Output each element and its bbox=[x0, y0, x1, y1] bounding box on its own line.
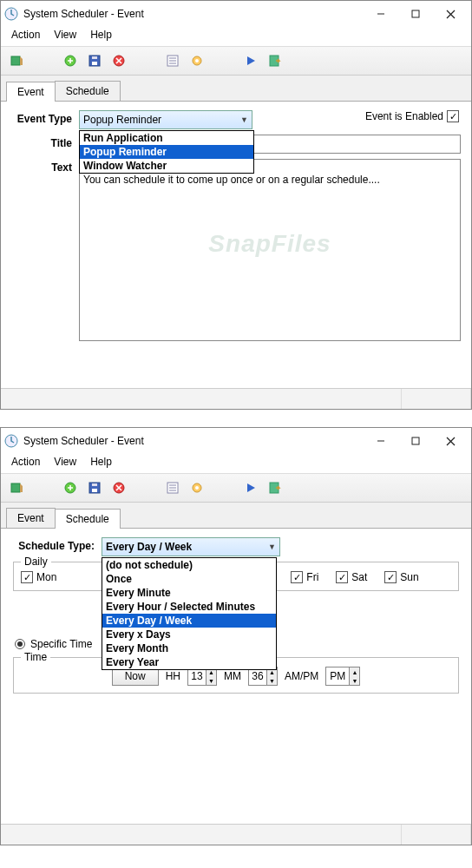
menu-action[interactable]: Action bbox=[4, 454, 47, 473]
option-run-application[interactable]: Run Application bbox=[80, 131, 253, 145]
text-textarea[interactable]: This is a sample popup reminder! You can… bbox=[79, 159, 461, 341]
radio-specific-label: Specific Time bbox=[30, 638, 92, 650]
checkbox-icon[interactable]: ✓ bbox=[447, 110, 459, 122]
event-enabled-check[interactable]: Event is Enabled ✓ bbox=[365, 110, 459, 122]
run-icon[interactable] bbox=[240, 477, 261, 498]
event-tab-body: Event is Enabled ✓ Event Type Popup Remi… bbox=[1, 102, 471, 388]
tab-schedule[interactable]: Schedule bbox=[55, 509, 121, 529]
svg-rect-9 bbox=[92, 56, 97, 59]
delete-icon[interactable] bbox=[108, 477, 129, 498]
menu-view[interactable]: View bbox=[47, 27, 83, 46]
close-button[interactable] bbox=[433, 429, 468, 453]
ampm-spinner[interactable]: ▲▼ bbox=[325, 667, 360, 686]
window-title: System Scheduler - Event bbox=[23, 8, 364, 20]
day-sun-label: Sun bbox=[400, 571, 418, 583]
list-icon[interactable] bbox=[162, 477, 183, 498]
statusbar bbox=[1, 824, 471, 845]
up-icon[interactable]: ▲ bbox=[349, 667, 359, 676]
option-every-hour[interactable]: Every Hour / Selected Minutes bbox=[102, 600, 276, 614]
maximize-button[interactable] bbox=[398, 429, 433, 453]
option-every-x-days[interactable]: Every x Days bbox=[102, 628, 276, 641]
option-every-year[interactable]: Every Year bbox=[102, 655, 276, 669]
svg-point-34 bbox=[195, 486, 199, 490]
settings-icon[interactable] bbox=[187, 477, 207, 498]
save-icon[interactable] bbox=[84, 50, 105, 71]
down-icon[interactable]: ▼ bbox=[349, 676, 359, 685]
settings-icon[interactable] bbox=[187, 50, 207, 71]
tab-row: Event Schedule bbox=[1, 76, 471, 102]
time-label: Time bbox=[21, 651, 50, 663]
add-icon[interactable] bbox=[60, 477, 81, 498]
tab-event[interactable]: Event bbox=[6, 82, 56, 102]
toolbar bbox=[1, 46, 471, 76]
add-icon[interactable] bbox=[60, 50, 81, 71]
svg-rect-26 bbox=[92, 489, 97, 492]
event-type-options: Run Application Popup Reminder Window Wa… bbox=[79, 130, 254, 174]
minimize-button[interactable] bbox=[364, 429, 398, 453]
list-icon[interactable] bbox=[162, 50, 183, 71]
minimize-button[interactable] bbox=[364, 2, 398, 26]
event-type-label: Event Type bbox=[11, 110, 79, 125]
option-do-not-schedule[interactable]: (do not schedule) bbox=[102, 558, 276, 572]
tab-schedule[interactable]: Schedule bbox=[55, 81, 121, 101]
schedule-type-dropdown[interactable]: Every Day / Week ▼ (do not schedule) Onc… bbox=[102, 537, 280, 556]
back-icon[interactable] bbox=[6, 477, 27, 498]
schedule-type-label: Schedule Type: bbox=[11, 537, 102, 552]
event-type-dropdown[interactable]: Popup Reminder ▼ Run Application Popup R… bbox=[79, 110, 252, 129]
close-button[interactable] bbox=[433, 2, 468, 26]
day-sat-label: Sat bbox=[351, 571, 367, 583]
option-every-month[interactable]: Every Month bbox=[102, 641, 276, 655]
option-once[interactable]: Once bbox=[102, 572, 276, 586]
hh-input[interactable] bbox=[188, 667, 206, 685]
svg-rect-5 bbox=[11, 56, 20, 65]
event-type-value: Popup Reminder bbox=[83, 114, 240, 126]
option-every-minute[interactable]: Every Minute bbox=[102, 586, 276, 600]
ampm-input[interactable] bbox=[326, 667, 349, 685]
titlebar: System Scheduler - Event bbox=[1, 428, 471, 454]
tab-row: Event Schedule bbox=[1, 503, 471, 529]
event-enabled-label: Event is Enabled bbox=[365, 110, 443, 122]
option-window-watcher[interactable]: Window Watcher bbox=[80, 159, 253, 173]
option-popup-reminder[interactable]: Popup Reminder bbox=[80, 145, 253, 159]
app-icon bbox=[4, 7, 18, 21]
mm-input[interactable] bbox=[249, 667, 266, 685]
menu-help[interactable]: Help bbox=[83, 454, 119, 473]
text-label: Text bbox=[11, 159, 79, 174]
radio-specific-time[interactable]: Specific Time bbox=[15, 638, 92, 650]
event-window-schedule-tab: System Scheduler - Event Action View Hel… bbox=[0, 427, 472, 845]
day-mon-label: Mon bbox=[36, 571, 56, 583]
day-sat[interactable]: ✓Sat bbox=[336, 571, 367, 583]
toolbar bbox=[1, 473, 471, 503]
menu-help[interactable]: Help bbox=[83, 27, 119, 46]
down-icon[interactable]: ▼ bbox=[266, 676, 277, 685]
menubar: Action View Help bbox=[1, 454, 471, 473]
maximize-button[interactable] bbox=[398, 2, 433, 26]
watermark: SnapFiles bbox=[208, 238, 331, 250]
menubar: Action View Help bbox=[1, 27, 471, 46]
save-icon[interactable] bbox=[84, 477, 105, 498]
svg-rect-2 bbox=[412, 10, 419, 17]
down-icon[interactable]: ▼ bbox=[206, 676, 216, 685]
schedule-type-value: Every Day / Week bbox=[106, 541, 268, 553]
run-icon[interactable] bbox=[240, 50, 261, 71]
day-mon[interactable]: ✓Mon bbox=[21, 571, 56, 583]
svg-point-16 bbox=[195, 59, 199, 62]
day-fri[interactable]: ✓Fri bbox=[291, 571, 318, 583]
schedule-tab-body: Schedule Type: Every Day / Week ▼ (do no… bbox=[1, 529, 471, 824]
hh-label: HH bbox=[166, 670, 180, 682]
day-sun[interactable]: ✓Sun bbox=[384, 571, 418, 583]
menu-action[interactable]: Action bbox=[4, 27, 47, 46]
titlebar: System Scheduler - Event bbox=[1, 1, 471, 27]
delete-icon[interactable] bbox=[108, 50, 129, 71]
svg-rect-8 bbox=[92, 62, 97, 65]
export-icon[interactable] bbox=[265, 477, 285, 498]
back-icon[interactable] bbox=[6, 50, 27, 71]
option-every-day-week[interactable]: Every Day / Week bbox=[102, 614, 276, 628]
export-icon[interactable] bbox=[265, 50, 285, 71]
tab-event[interactable]: Event bbox=[6, 508, 56, 528]
menu-view[interactable]: View bbox=[47, 454, 83, 473]
app-icon bbox=[4, 434, 18, 448]
schedule-type-options: (do not schedule) Once Every Minute Ever… bbox=[102, 557, 277, 670]
svg-rect-20 bbox=[412, 437, 419, 444]
ampm-label: AM/PM bbox=[285, 670, 318, 682]
